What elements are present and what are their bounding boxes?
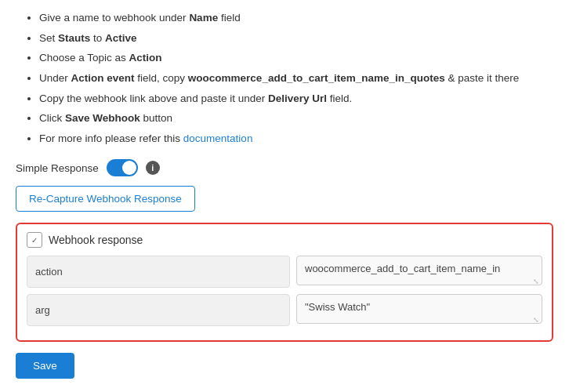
bullet-4: Under Action event field, copy woocommer… [39,68,553,89]
webhook-key-2[interactable] [27,294,290,326]
bullet-1: Give a name to webhook under Name field [39,8,553,28]
simple-response-row: Simple Response i [16,159,553,176]
resize-handle-2: ⤡ [533,317,541,325]
webhook-response-title: Webhook response [49,234,143,246]
bullet-7: For more info please refer this document… [39,129,553,149]
bullet-5: Copy the webhook link above and paste it… [39,89,553,109]
webhook-value-1[interactable]: woocommerce_add_to_cart_item_name_in [296,256,542,285]
webhook-val-wrapper-2: "Swiss Watch" ⤡ [296,294,542,326]
simple-response-label: Simple Response [16,162,99,174]
recapture-webhook-button[interactable]: Re-Capture Webhook Response [16,186,195,212]
instructions-list: Give a name to webhook under Name field … [16,8,553,148]
webhook-field-row-2: "Swiss Watch" ⤡ [27,294,542,326]
save-button[interactable]: Save [16,353,74,379]
webhook-key-1[interactable] [27,256,290,288]
main-content: Give a name to webhook under Name field … [0,0,569,392]
webhook-val-wrapper-1: woocommerce_add_to_cart_item_name_in ⤡ [296,256,542,288]
info-icon[interactable]: i [146,161,160,175]
bullet-2: Set Stauts to Active [39,28,553,49]
webhook-value-2[interactable]: "Swiss Watch" [296,294,542,324]
webhook-response-box: ✓ Webhook response woocommerce_add_to_ca… [16,223,553,342]
webhook-collapse-button[interactable]: ✓ [27,232,42,248]
simple-response-toggle[interactable] [107,159,138,176]
documentation-link[interactable]: documentation [183,132,253,144]
bullet-6: Click Save Webhook button [39,108,553,129]
webhook-response-header: ✓ Webhook response [27,232,542,248]
webhook-field-row-1: woocommerce_add_to_cart_item_name_in ⤡ [27,256,542,288]
resize-handle-1: ⤡ [533,278,541,286]
bullet-3: Choose a Topic as Action [39,48,553,68]
